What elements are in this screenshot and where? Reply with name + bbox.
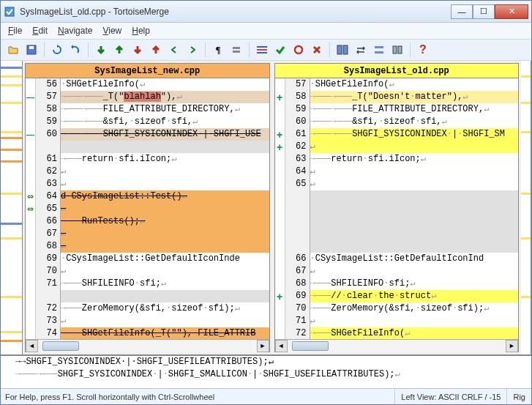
code-line[interactable]: →———//·clear·the·struct↵ xyxy=(310,290,519,302)
use-block-icon[interactable] xyxy=(291,42,307,58)
svg-rect-0 xyxy=(5,7,14,16)
bottom-diff-pane[interactable]: →→SHGFI_SYSICONINDEX·|·SHGFI_USEFILEATTR… xyxy=(1,354,531,388)
undo-icon[interactable] xyxy=(67,42,83,58)
code-line[interactable]: ↵ xyxy=(310,141,519,153)
app-icon xyxy=(4,6,15,18)
save-icon[interactable] xyxy=(23,42,40,58)
code-line[interactable]: ↵ xyxy=(61,203,269,215)
code-line[interactable]: ↵ xyxy=(61,240,269,253)
close-button[interactable]: ✕ xyxy=(495,4,528,19)
svg-point-8 xyxy=(295,46,302,53)
code-line[interactable] xyxy=(310,215,519,228)
code-line[interactable]: ↵ xyxy=(310,315,519,327)
menu-help[interactable]: Help xyxy=(132,26,150,36)
code-line[interactable]: →———ZeroMemory(&sfi,·sizeof·sfi);↵ xyxy=(310,302,519,315)
status-right: Rig xyxy=(506,389,531,404)
nav-prev-diff-icon[interactable] xyxy=(111,42,127,58)
code-line[interactable] xyxy=(310,203,519,215)
settings-icon[interactable] xyxy=(389,42,405,58)
code-line[interactable] xyxy=(61,141,269,153)
right-hscroll[interactable]: ◄► xyxy=(275,339,519,352)
window-title: SysImageList_old.cpp - TortoiseMerge xyxy=(20,7,451,17)
svg-rect-11 xyxy=(375,46,383,48)
nav-next-conflict-icon[interactable] xyxy=(130,42,146,58)
menubar: File Edit Navigate View Help xyxy=(1,23,531,39)
code-line[interactable] xyxy=(310,228,519,240)
svg-rect-13 xyxy=(393,46,397,53)
overview-right[interactable] xyxy=(521,61,531,354)
switch-view-icon[interactable] xyxy=(353,42,369,58)
svg-rect-14 xyxy=(398,46,402,53)
code-line[interactable]: →———RunTests();↵ xyxy=(61,215,269,228)
code-line[interactable]: ·SHGetFileInfo(↵ xyxy=(310,78,519,91)
nav-next-inline-icon[interactable] xyxy=(184,42,201,58)
code-line[interactable] xyxy=(61,290,269,302)
svg-rect-7 xyxy=(257,52,267,53)
code-line[interactable]: →———→———_T("blahlah"),↵ xyxy=(61,91,269,103)
code-line[interactable]: d·CSysImageList::Test()↵ xyxy=(61,190,269,203)
right-pane: SysImageList_old.cpp ++++ 57585960616263… xyxy=(274,63,520,352)
code-line[interactable]: ·CSysImageList::GetDefaultIconInd xyxy=(310,253,519,265)
maximize-button[interactable]: ☐ xyxy=(473,4,495,19)
code-line[interactable]: ·CSysImageList::GetDefaultIconInde xyxy=(61,253,269,265)
code-line[interactable]: →———→———_T("Doesn't·matter"),↵ xyxy=(310,91,519,103)
code-line[interactable]: →———return·sfi.iIcon;↵ xyxy=(310,153,519,166)
code-line[interactable]: →———SHFILEINFO·sfi;↵ xyxy=(61,278,269,290)
code-line[interactable]: ↵ xyxy=(61,265,269,278)
right-code[interactable]: ·SHGetFileInfo(↵→———→———_T("Doesn't·matt… xyxy=(310,78,519,339)
reject-block-icon[interactable] xyxy=(309,42,325,58)
code-line[interactable]: ↵ xyxy=(61,166,269,178)
code-line[interactable]: ↵ xyxy=(310,178,519,190)
code-line[interactable]: ↵ xyxy=(61,178,269,190)
menu-edit[interactable]: Edit xyxy=(32,26,48,36)
reload-icon[interactable] xyxy=(49,42,65,58)
titlebar[interactable]: SysImageList_old.cpp - TortoiseMerge — ☐… xyxy=(1,1,531,23)
code-line[interactable]: ↵ xyxy=(310,265,519,278)
svg-rect-3 xyxy=(233,47,240,49)
code-line[interactable]: ↵ xyxy=(310,166,519,178)
svg-rect-4 xyxy=(233,51,240,53)
nav-prev-conflict-icon[interactable] xyxy=(148,42,164,58)
code-line[interactable]: ↵ xyxy=(61,228,269,240)
menu-navigate[interactable]: Navigate xyxy=(58,26,92,36)
left-code[interactable]: ·SHGetFileInfo(↵→———→———_T("blahlah"),↵→… xyxy=(61,78,269,339)
code-line[interactable] xyxy=(310,240,519,253)
code-line[interactable]: →———→———&sfi,·sizeof·sfi,↵ xyxy=(310,116,519,128)
svg-rect-5 xyxy=(257,46,267,48)
code-line[interactable]: →———return·sfi.iIcon;↵ xyxy=(61,153,269,166)
code-line[interactable]: ↵ xyxy=(61,315,269,327)
help-icon[interactable]: ? xyxy=(415,42,431,58)
left-pane: SysImageList_new.cpp ——⇔⇔ 56575859606162… xyxy=(25,63,270,352)
svg-rect-6 xyxy=(257,49,267,51)
nav-prev-inline-icon[interactable] xyxy=(166,42,182,58)
svg-rect-12 xyxy=(375,51,383,53)
open-icon[interactable] xyxy=(5,42,21,58)
bottom-line-2: →———→———SHGFI_SYSICONINDEX·|·SHGFI_SMALL… xyxy=(1,368,531,381)
code-line[interactable]: →———SHGetFileInfo(_T(""),·FILE_ATTRIB xyxy=(61,327,269,339)
menu-file[interactable]: File xyxy=(8,26,22,36)
code-line[interactable]: →———SHGetFileInfo(↵ xyxy=(310,327,519,339)
collapse-icon[interactable] xyxy=(371,42,387,58)
code-line[interactable]: →———SHFILEINFO·sfi;↵ xyxy=(310,278,519,290)
overview-left[interactable] xyxy=(1,61,23,354)
left-hscroll[interactable]: ◄► xyxy=(26,339,269,352)
two-pane-icon[interactable] xyxy=(334,42,351,58)
code-line[interactable] xyxy=(310,190,519,203)
code-line[interactable]: →———→———SHGFI_SYSICONINDEX·|·SHGFI_SM xyxy=(310,128,519,141)
mark-resolved-icon[interactable] xyxy=(272,42,288,58)
inline-diff-icon[interactable] xyxy=(254,42,270,58)
minimize-button[interactable]: — xyxy=(451,4,473,19)
svg-rect-9 xyxy=(337,45,342,54)
nav-next-diff-icon[interactable] xyxy=(93,42,109,58)
code-line[interactable]: ·SHGetFileInfo(↵ xyxy=(61,78,269,91)
code-line[interactable]: →———→———FILE_ATTRIBUTE_DIRECTORY,↵ xyxy=(310,103,519,116)
code-line[interactable]: →———→———SHGFI_SYSICONINDEX·|·SHGFI_USE xyxy=(61,128,269,141)
left-pane-header: SysImageList_new.cpp xyxy=(26,64,269,78)
menu-view[interactable]: View xyxy=(102,26,121,36)
show-whitespace-icon[interactable]: ¶ xyxy=(210,42,226,58)
whitespace-compare-icon[interactable] xyxy=(228,42,244,58)
statusbar: For Help, press F1. Scroll horizontally … xyxy=(1,388,531,404)
code-line[interactable]: →———→———FILE_ATTRIBUTE_DIRECTORY,↵ xyxy=(61,103,269,116)
code-line[interactable]: →———ZeroMemory(&sfi,·sizeof·sfi);↵ xyxy=(61,302,269,315)
code-line[interactable]: →———→———&sfi,·sizeof·sfi,↵ xyxy=(61,116,269,128)
